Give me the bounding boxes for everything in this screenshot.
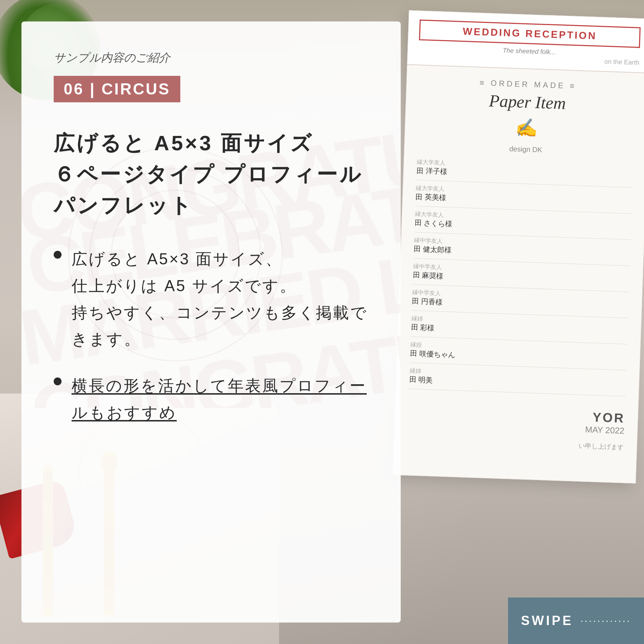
bullet-dot-1 bbox=[54, 251, 62, 259]
bullet-text-2: 横長の形を活かして年表風プロフィールもおすすめ bbox=[72, 372, 369, 426]
doc-row-4: 縁中学友人 田 健太郎様 bbox=[414, 236, 631, 266]
bullet-text-1: 広げると A5×3 面サイズ、 仕上がりは A5 サイズです。 持ちやすく、コン… bbox=[72, 246, 369, 353]
doc-design: design DK bbox=[417, 142, 634, 157]
bullet-section: 広げると A5×3 面サイズ、 仕上がりは A5 サイズです。 持ちやすく、コン… bbox=[54, 246, 369, 426]
bullet-dot-2 bbox=[54, 377, 62, 385]
doc-paper-item: Paper Item bbox=[419, 88, 636, 116]
doc-note: い申し上げます bbox=[407, 435, 624, 452]
swipe-dots: ············ bbox=[580, 615, 631, 626]
doc-hand-icon: ✍ bbox=[418, 114, 635, 142]
main-content-card: CONGRATULATION CELEBRATION MARRIED LIFE … bbox=[21, 21, 401, 623]
doc-row-7: 縁姉 田 彩様 bbox=[411, 315, 628, 344]
main-title-line1: 広げると A5×3 面サイズ bbox=[54, 131, 314, 155]
wedding-document-card: WEDDING RECEPTION The sheeted folk... on… bbox=[393, 10, 644, 484]
bullet1-line1: 広げると A5×3 面サイズ、 bbox=[72, 250, 283, 268]
bullet2-text: 横長の形を活かして年表風プロフィールもおすすめ bbox=[72, 377, 367, 421]
bullet1-line3: 持ちやすく、コンテンツも多く掲載できます。 bbox=[72, 304, 368, 348]
card-content: サンプル内容のご紹介 06 | CIRCUS 広げると A5×3 面サイズ ６ペ… bbox=[54, 50, 369, 426]
doc-row-5: 縁中学友人 田 麻奨様 bbox=[413, 263, 630, 292]
doc-header: WEDDING RECEPTION The sheeted folk... on… bbox=[408, 11, 644, 74]
bullet-item-1: 広げると A5×3 面サイズ、 仕上がりは A5 サイズです。 持ちやすく、コン… bbox=[54, 246, 369, 353]
doc-row-9: 縁姉 田 明美 bbox=[409, 367, 626, 396]
main-headline: 広げると A5×3 面サイズ ６ページタイプ プロフィールパンフレット bbox=[54, 127, 369, 221]
doc-row-2: 縁大学友人 田 英美様 bbox=[415, 185, 633, 214]
swipe-area[interactable]: SWIPE ············ bbox=[508, 597, 644, 644]
doc-row-1: 縁大学友人 田 洋子様 bbox=[416, 158, 634, 188]
doc-guest-list: 縁大学友人 田 洋子様 縁大学友人 田 英美様 縁大学友人 田 さくら様 縁中学… bbox=[409, 158, 634, 397]
title-badge: 06 | CIRCUS bbox=[54, 76, 180, 102]
doc-row-3: 縁大学友人 田 さくら様 bbox=[414, 210, 632, 240]
main-title-line2: ６ページタイプ プロフィールパンフレット bbox=[54, 162, 363, 217]
card-subtitle: サンプル内容のご紹介 bbox=[54, 50, 369, 66]
doc-row-6: 縁中学友人 田 円香様 bbox=[412, 289, 629, 318]
swipe-label: SWIPE bbox=[521, 613, 573, 628]
doc-body: ≡ ORDER MADE ≡ Paper Item ✍ design DK 縁大… bbox=[394, 65, 644, 463]
bullet-item-2: 横長の形を活かして年表風プロフィールもおすすめ bbox=[54, 372, 369, 426]
doc-row-8: 縁姪 田 咲優ちゃん bbox=[410, 341, 627, 370]
wedding-reception-title: WEDDING RECEPTION bbox=[419, 20, 641, 48]
bullet1-line2: 仕上がりは A5 サイズです。 bbox=[72, 277, 297, 294]
